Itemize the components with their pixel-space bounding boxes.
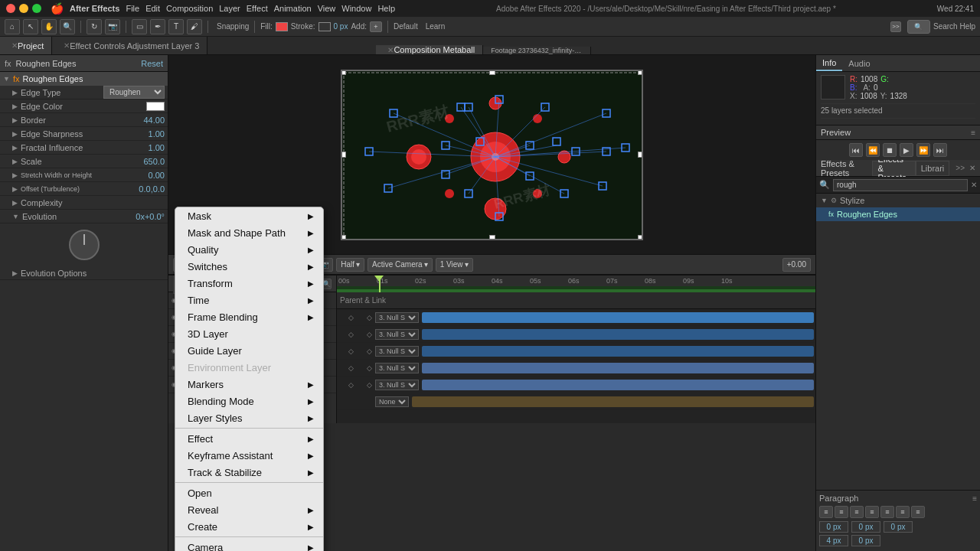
text-tool[interactable]: T <box>168 19 184 34</box>
track-24[interactable]: ◇ ◇ 3. Null S <box>337 360 815 377</box>
ctx-transform[interactable]: Transform ▶ <box>175 275 323 292</box>
pen-tool[interactable]: ✒ <box>150 19 165 34</box>
edge-handle-top[interactable] <box>489 70 495 75</box>
comp-panel-tab[interactable]: ✕ Composition Metaball <box>376 45 483 54</box>
preview-menu-icon[interactable]: ≡ <box>971 129 975 137</box>
track-26[interactable]: None <box>337 393 815 410</box>
track-bar-24[interactable] <box>422 363 814 373</box>
align-justify4-btn[interactable]: ≡ <box>911 506 925 518</box>
view-camera-btn[interactable]: Active Camera ▾ <box>368 258 433 272</box>
effect-controls-tab[interactable]: ✕ Effect Controls Adjustment Layer 3 <box>52 37 207 54</box>
ctx-create[interactable]: Create ▶ <box>175 518 323 535</box>
stroke-value[interactable]: 0 px <box>334 22 348 31</box>
ctx-frame-blending[interactable]: Frame Blending ▶ <box>175 308 323 325</box>
info-tab[interactable]: Info <box>816 55 842 71</box>
menu-effect[interactable]: Effect <box>247 4 268 13</box>
fractal-value[interactable]: 1.00 <box>119 143 165 152</box>
close-btn[interactable] <box>6 4 15 13</box>
parent-select-24[interactable]: 3. Null S <box>375 363 419 373</box>
maximize-btn[interactable] <box>32 4 41 13</box>
ctx-keyframe-assistant[interactable]: Keyframe Assistant ▶ <box>175 447 323 464</box>
evolution-value[interactable]: 0x+0.0° <box>119 212 165 221</box>
ctx-3d-layer[interactable]: 3D Layer <box>175 325 323 342</box>
track-bar-21[interactable] <box>422 312 814 323</box>
project-tab-close[interactable]: ✕ <box>11 41 18 50</box>
evo-opts-twirl[interactable]: ▶ <box>12 269 18 277</box>
evolution-dial[interactable] <box>69 230 100 260</box>
brush-tool[interactable]: 🖌 <box>187 19 202 34</box>
leading-field[interactable] <box>851 535 880 546</box>
twirl-roughen[interactable]: ▼ <box>3 75 10 83</box>
fx-reset-btn[interactable]: Reset <box>141 59 163 68</box>
play-btn[interactable]: ▶ <box>900 143 913 157</box>
fill-color[interactable] <box>276 22 288 31</box>
align-justify-btn[interactable]: ≡ <box>865 506 879 518</box>
camera-tool[interactable]: 📷 <box>105 19 120 34</box>
track-22[interactable]: ◇ ◇ 3. Null S <box>337 326 815 343</box>
track-25[interactable]: ◇ ◇ 3. Null S <box>337 377 815 393</box>
fx-search-clear[interactable]: ✕ <box>971 181 977 189</box>
ctx-env-layer[interactable]: Environment Layer <box>175 359 323 376</box>
ctx-mask-shape-path[interactable]: Mask and Shape Path ▶ <box>175 224 323 241</box>
track-bar-25[interactable] <box>422 380 814 390</box>
track-bar-22[interactable] <box>422 329 814 340</box>
expand-icon[interactable]: >> <box>890 21 901 32</box>
menu-animation[interactable]: Animation <box>274 4 312 13</box>
align-left-btn[interactable]: ≡ <box>819 506 833 518</box>
traffic-lights[interactable] <box>6 4 41 13</box>
evolution-options-row[interactable]: ▶ Evolution Options <box>0 266 168 280</box>
footage-panel-tab[interactable]: Footage 23736432_infinity-tool-the-bigge… <box>483 47 591 54</box>
effects-tab[interactable]: Effects & Presets <box>872 161 915 176</box>
library-tab[interactable]: Librari <box>916 161 950 176</box>
audio-tab[interactable]: Audio <box>842 55 876 71</box>
stretch-value[interactable]: 0.00 <box>119 171 165 180</box>
track-23[interactable]: ◇ ◇ 3. Null S <box>337 343 815 360</box>
parent-select-22[interactable]: 3. Null S <box>375 329 419 340</box>
parent-select-21[interactable]: 3. Null S <box>375 312 419 323</box>
roughen-edges-item[interactable]: fx Roughen Edges <box>816 207 980 221</box>
ctx-mask[interactable]: Mask ▶ <box>175 207 323 224</box>
parent-select-25[interactable]: 3. Null S <box>375 380 419 390</box>
corner-handle-br[interactable] <box>638 235 643 240</box>
arrow-tool[interactable]: ↖ <box>23 19 38 34</box>
menu-composition[interactable]: Composition <box>166 4 213 13</box>
menu-view[interactable]: View <box>318 4 336 13</box>
ctx-guide-layer[interactable]: Guide Layer <box>175 342 323 359</box>
fx-ctrl-close[interactable]: ✕ <box>64 41 70 50</box>
edge-handle-left[interactable] <box>341 152 346 158</box>
track-bar-26[interactable] <box>412 396 814 407</box>
align-right-btn[interactable]: ≡ <box>850 506 864 518</box>
add-btn[interactable]: + <box>370 21 382 32</box>
track-21[interactable]: ◇ ◇ 3. Null S <box>337 309 815 326</box>
stop-btn[interactable]: ⏹ <box>883 143 897 157</box>
border-value[interactable]: 44.00 <box>119 116 165 125</box>
ctx-track-stabilize[interactable]: Track & Stabilize ▶ <box>175 464 323 481</box>
menu-help[interactable]: Help <box>377 4 395 13</box>
ctx-markers[interactable]: Markers ▶ <box>175 376 323 393</box>
parent-select-23[interactable]: 3. Null S <box>375 346 419 357</box>
menu-file[interactable]: File <box>126 4 139 13</box>
indent-left-field[interactable] <box>819 521 848 533</box>
corner-handle-tr[interactable] <box>638 70 643 75</box>
hand-tool[interactable]: ✋ <box>41 19 57 34</box>
align-center-btn[interactable]: ≡ <box>835 506 848 518</box>
edge-handle-bottom[interactable] <box>489 235 495 240</box>
ctx-camera[interactable]: Camera ▶ <box>175 539 323 551</box>
corner-handle-bl[interactable] <box>341 235 346 240</box>
menu-edit[interactable]: Edit <box>145 4 160 13</box>
menu-after-effects[interactable]: After Effects <box>70 4 119 13</box>
parent-select-26[interactable]: None <box>375 396 409 407</box>
stroke-color[interactable] <box>318 22 331 31</box>
track-bar-23[interactable] <box>422 346 814 357</box>
learn-label[interactable]: Learn <box>426 22 446 31</box>
edge-handle-right[interactable] <box>638 152 643 158</box>
stylize-category[interactable]: ▼ ⚙ Stylize <box>816 194 980 207</box>
edge-type-select[interactable]: Roughen <box>103 86 165 99</box>
corner-handle-tl[interactable] <box>341 70 346 75</box>
fx-expand-btn[interactable]: >> <box>956 164 965 172</box>
skip-first-btn[interactable]: ⏮ <box>849 143 863 157</box>
minimize-btn[interactable] <box>19 4 28 13</box>
menu-layer[interactable]: Layer <box>219 4 240 13</box>
ctx-switches[interactable]: Switches ▶ <box>175 258 323 275</box>
sharpness-value[interactable]: 1.00 <box>119 129 165 139</box>
